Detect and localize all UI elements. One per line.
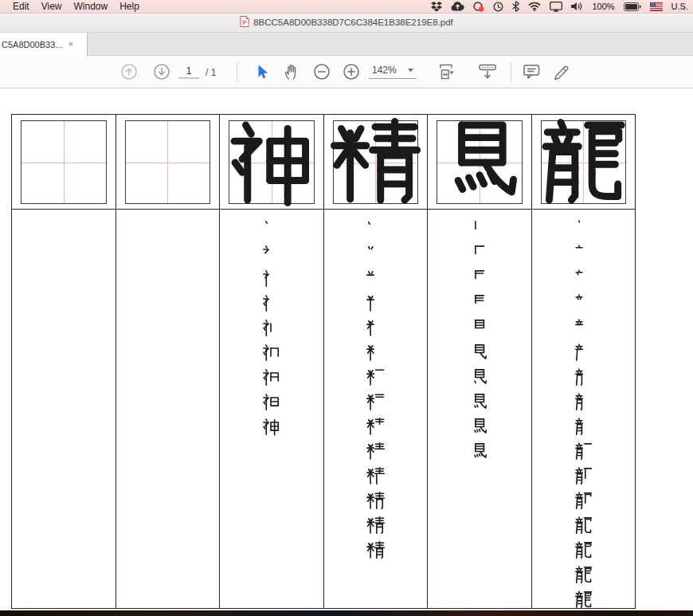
stroke-step-glyph — [574, 220, 593, 238]
stroke-step — [262, 220, 280, 238]
stroke-step-glyph — [470, 294, 488, 312]
stroke-order-list — [428, 210, 531, 608]
stroke-step — [574, 541, 593, 559]
worksheet-column-1 — [12, 115, 116, 608]
stroke-step-glyph — [470, 245, 488, 263]
stroke-order-list — [12, 210, 116, 608]
stroke-step-glyph — [262, 418, 280, 436]
scrolling-mode-button[interactable] — [479, 64, 496, 80]
stroke-step — [470, 368, 488, 386]
stroke-step — [574, 343, 593, 362]
pdf-file-icon — [240, 16, 249, 29]
stroke-step — [470, 294, 488, 312]
time-machine-icon[interactable] — [493, 2, 503, 12]
stroke-step-glyph — [574, 566, 593, 584]
wifi-icon[interactable] — [528, 2, 541, 11]
worksheet-column-4 — [324, 115, 429, 608]
stroke-step — [366, 418, 385, 436]
character-glyph — [538, 118, 628, 207]
tab-label: C5A8D00B33... — [2, 40, 62, 49]
stroke-step-glyph — [574, 418, 593, 436]
zoom-out-button[interactable] — [313, 63, 331, 80]
comment-button[interactable] — [523, 65, 540, 80]
practice-box — [541, 120, 627, 204]
stroke-step — [366, 319, 385, 337]
stroke-step — [262, 245, 280, 263]
document-tab[interactable]: C5A8D00B33... × — [0, 33, 88, 56]
page-total-label: / 1 — [206, 66, 216, 77]
stroke-step-glyph — [366, 245, 385, 263]
stroke-step — [574, 566, 593, 584]
stroke-step — [574, 368, 593, 386]
stroke-step-glyph — [262, 294, 280, 312]
stroke-step-glyph — [366, 516, 385, 535]
stroke-order-list — [532, 210, 636, 608]
practice-box — [333, 120, 419, 204]
stroke-step-glyph — [366, 541, 385, 559]
stroke-step — [366, 245, 385, 263]
volume-icon[interactable] — [571, 2, 583, 11]
stroke-step-glyph — [262, 368, 280, 386]
zoom-level-value: 142% — [372, 65, 397, 76]
airplay-display-icon[interactable] — [550, 2, 562, 12]
stroke-order-list — [116, 210, 220, 608]
page-number-input[interactable] — [178, 65, 199, 79]
page-down-button[interactable] — [153, 63, 170, 80]
input-source-label[interactable]: U.S. — [671, 2, 688, 11]
hand-tool-button[interactable] — [283, 64, 299, 80]
zoom-level-select[interactable]: 142% — [369, 65, 417, 79]
chevron-down-icon — [408, 69, 413, 73]
stroke-step-glyph — [366, 368, 385, 386]
stroke-step-glyph — [366, 492, 385, 510]
stroke-step-glyph — [262, 245, 280, 263]
battery-icon[interactable] — [624, 2, 641, 11]
stroke-step — [366, 220, 385, 238]
stroke-step — [574, 245, 593, 263]
menu-items: Edit View Window Help — [13, 1, 139, 12]
stroke-step — [574, 393, 593, 411]
menu-window[interactable]: Window — [73, 1, 108, 12]
menu-edit[interactable]: Edit — [13, 1, 29, 12]
stroke-step — [470, 245, 488, 263]
record-dot-icon[interactable] — [473, 2, 484, 12]
stroke-step-glyph — [262, 269, 280, 288]
dropbox-icon[interactable] — [431, 2, 442, 12]
window-title-bar: 8BCC5A8D00B338D7C6C384E1B38E219E8.pdf — [0, 13, 693, 33]
stroke-step — [470, 269, 488, 288]
stroke-step — [366, 393, 385, 411]
us-flag-icon[interactable] — [650, 2, 663, 11]
crosshair-horizontal — [126, 163, 210, 163]
character-cell — [12, 115, 116, 210]
bluetooth-icon[interactable] — [512, 1, 519, 12]
stroke-step-glyph — [574, 442, 593, 461]
stroke-step-glyph — [574, 245, 593, 263]
stroke-step — [470, 220, 488, 238]
tab-close-icon[interactable]: × — [68, 40, 72, 49]
stroke-step — [262, 319, 280, 337]
stroke-step-glyph — [470, 442, 488, 461]
stroke-step — [470, 393, 488, 411]
stroke-step-glyph — [262, 343, 280, 362]
stroke-step-glyph — [470, 269, 488, 288]
cloud-upload-icon[interactable] — [451, 2, 464, 11]
stroke-step — [574, 516, 593, 535]
zoom-in-button[interactable] — [343, 63, 360, 80]
stroke-step-glyph — [470, 418, 488, 436]
select-tool-button[interactable] — [253, 64, 269, 80]
stroke-step — [470, 442, 488, 461]
fit-width-button[interactable] — [439, 64, 455, 80]
practice-box — [21, 120, 107, 204]
stroke-step-glyph — [574, 393, 593, 411]
stroke-step — [366, 467, 385, 485]
highlight-pen-button[interactable] — [553, 64, 570, 80]
stroke-step — [366, 442, 385, 461]
toolbar-separator — [237, 62, 237, 81]
practice-box — [229, 120, 315, 204]
stroke-step — [574, 418, 593, 436]
stroke-step — [262, 368, 280, 386]
page-up-button[interactable] — [120, 63, 138, 80]
stroke-step — [470, 418, 488, 436]
stroke-step-glyph — [574, 269, 593, 288]
menu-view[interactable]: View — [41, 1, 62, 12]
menu-help[interactable]: Help — [119, 1, 139, 12]
